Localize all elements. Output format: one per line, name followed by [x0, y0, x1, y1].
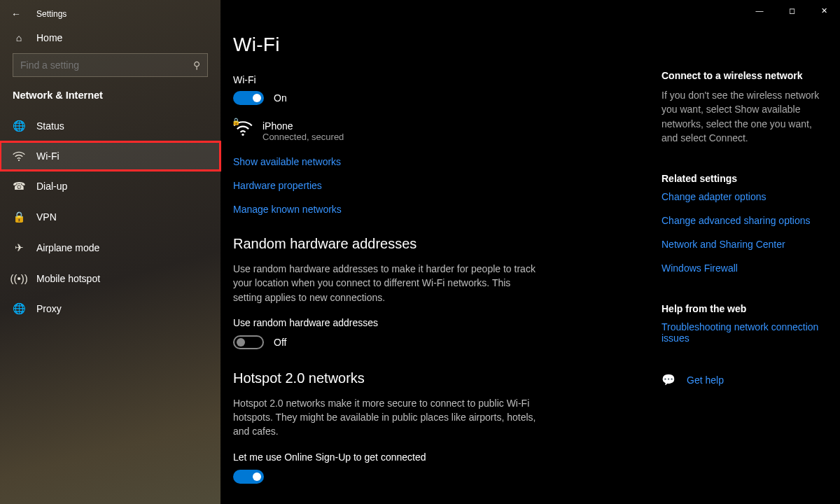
link-firewall[interactable]: Windows Firewall	[662, 262, 825, 274]
search-box[interactable]: ⚲	[13, 53, 208, 77]
search-input[interactable]	[20, 59, 193, 71]
link-hardware-properties[interactable]: Hardware properties	[233, 180, 649, 191]
nav-label: Wi-Fi	[36, 150, 59, 162]
nav-item-airplane[interactable]: ✈ Airplane mode	[0, 232, 220, 263]
wifi-toggle-state: On	[274, 92, 287, 104]
random-hw-toggle-label: Use random hardware addresses	[233, 317, 649, 328]
nav-item-status[interactable]: 🌐 Status	[0, 111, 220, 141]
nav-label: VPN	[36, 211, 57, 223]
network-name: iPhone	[262, 120, 344, 132]
hotspot-desc: Hotspot 2.0 networks make it more secure…	[233, 396, 541, 439]
proxy-icon: 🌐	[13, 302, 25, 315]
nav-item-dialup[interactable]: ☎ Dial-up	[0, 171, 220, 202]
nav-label: Status	[36, 120, 64, 132]
close-button[interactable]: ✕	[808, 0, 840, 21]
content-column: Wi-Fi Wi-Fi On 🔒 iPhone Connected, secur…	[220, 0, 662, 504]
connected-network[interactable]: 🔒 iPhone Connected, secured	[233, 120, 649, 142]
search-icon: ⚲	[193, 59, 200, 71]
random-hw-title: Random hardware addresses	[233, 236, 649, 252]
settings-window: ← Settings ⌂ Home ⚲ Network & Internet 🌐…	[0, 0, 840, 504]
nav-label: Dial-up	[36, 181, 67, 192]
link-troubleshoot[interactable]: Troubleshooting network connection issue…	[662, 321, 825, 344]
related-heading: Related settings	[662, 173, 825, 184]
random-hw-toggle-row: Off	[233, 335, 649, 349]
nav-label: Airplane mode	[36, 242, 99, 253]
svg-point-1	[241, 134, 244, 136]
dialup-icon: ☎	[13, 180, 25, 192]
random-hw-toggle-state: Off	[274, 337, 286, 348]
maximize-button[interactable]: ◻	[776, 0, 808, 21]
vpn-icon: 🔒	[13, 211, 25, 223]
nav-label: Mobile hotspot	[36, 273, 100, 284]
nav-item-wifi[interactable]: Wi-Fi	[0, 141, 220, 171]
page-title: Wi-Fi	[233, 0, 649, 74]
related-links: Change adapter options Change advanced s…	[662, 191, 825, 274]
globe-icon: 🌐	[13, 120, 25, 132]
back-arrow-icon[interactable]: ←	[11, 8, 21, 20]
nav-label: Proxy	[36, 303, 62, 314]
minimize-button[interactable]: ―	[743, 0, 776, 21]
airplane-icon: ✈	[13, 241, 25, 254]
svg-point-0	[18, 160, 20, 161]
hotspot-toggle-row	[233, 470, 649, 484]
hotspot-toggle-label: Let me use Online Sign-Up to get connect…	[233, 451, 649, 463]
window-controls: ― ◻ ✕	[743, 0, 840, 21]
random-hw-desc: Use random hardware addresses to make it…	[233, 262, 541, 304]
connect-text: If you don't see the wireless network yo…	[662, 88, 825, 145]
nav-item-proxy[interactable]: 🌐 Proxy	[0, 293, 220, 324]
network-status: Connected, secured	[262, 132, 344, 142]
home-nav[interactable]: ⌂ Home	[0, 27, 220, 53]
wifi-label: Wi-Fi	[233, 74, 649, 85]
link-manage-known[interactable]: Manage known networks	[233, 204, 649, 215]
hotspot-icon: ((•))	[13, 272, 25, 284]
connect-heading: Connect to a wireless network	[662, 70, 825, 81]
wifi-toggle-row: On	[233, 91, 649, 105]
link-sharing-options[interactable]: Change advanced sharing options	[662, 215, 825, 226]
wifi-secured-icon: 🔒	[233, 120, 253, 140]
hotspot-toggle[interactable]	[233, 470, 264, 484]
nav-category: Network & Internet	[0, 90, 220, 111]
link-get-help[interactable]: Get help	[687, 374, 724, 386]
hotspot-title: Hotspot 2.0 networks	[233, 370, 649, 386]
home-label: Home	[36, 32, 62, 43]
home-icon: ⌂	[13, 32, 25, 43]
wifi-toggle[interactable]	[233, 91, 264, 105]
titlebar-left: ← Settings	[0, 0, 220, 27]
main-area: ― ◻ ✕ Wi-Fi Wi-Fi On 🔒 iPhone	[220, 0, 840, 504]
app-title: Settings	[36, 9, 66, 19]
help-links: Troubleshooting network connection issue…	[662, 321, 825, 344]
chat-icon: 💬	[662, 373, 676, 386]
nav-item-hotspot[interactable]: ((•)) Mobile hotspot	[0, 263, 220, 293]
nav-item-vpn[interactable]: 🔒 VPN	[0, 202, 220, 232]
link-sharing-center[interactable]: Network and Sharing Center	[662, 239, 825, 250]
nav-list: 🌐 Status Wi-Fi ☎ Dial-up 🔒 VPN ✈ Airplan…	[0, 111, 220, 324]
sidebar: ← Settings ⌂ Home ⚲ Network & Internet 🌐…	[0, 0, 220, 504]
link-show-networks[interactable]: Show available networks	[233, 156, 649, 167]
get-help-row[interactable]: 💬 Get help	[662, 373, 825, 386]
help-heading: Help from the web	[662, 303, 825, 314]
right-panel: Connect to a wireless network If you don…	[662, 0, 840, 504]
wifi-icon	[13, 151, 25, 161]
link-adapter-options[interactable]: Change adapter options	[662, 191, 825, 202]
random-hw-toggle[interactable]	[233, 335, 264, 349]
